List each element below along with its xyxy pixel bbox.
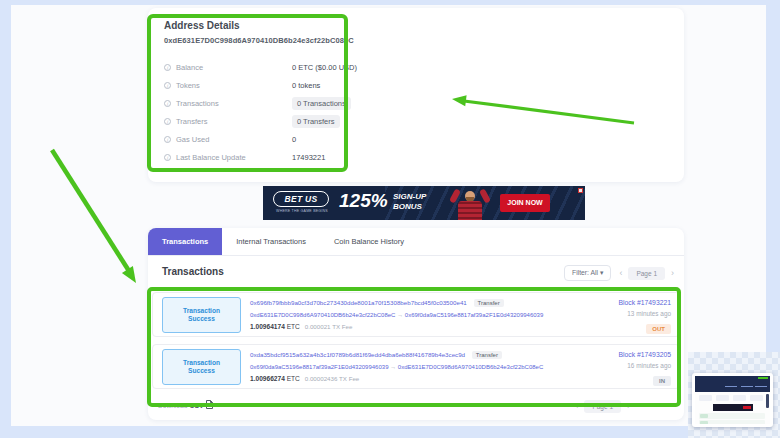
transaction-fee: 0.00002436 TX Fee bbox=[305, 375, 360, 382]
transaction-list: Transaction Success 0x696fb79fbbb9a0cf3d… bbox=[152, 292, 680, 389]
arrow-right-icon: → bbox=[390, 364, 396, 370]
transactions-footer: Download CSV ‹ Page 1 › bbox=[158, 400, 674, 414]
thumbnail-page-preview bbox=[695, 376, 770, 424]
filter-dropdown[interactable]: Filter: All ▾ bbox=[564, 265, 611, 281]
info-icon: i bbox=[164, 82, 171, 89]
prev-page-button[interactable]: ‹ bbox=[617, 269, 624, 278]
transaction-row: Transaction Success 0x696fb79fbbb9a0cf3d… bbox=[152, 292, 680, 337]
transaction-status-badge: Transaction Success bbox=[162, 297, 241, 333]
address-detail-row: i Transfers 0 Transfers bbox=[164, 112, 494, 130]
transfer-type-badge: Transfer bbox=[474, 299, 504, 307]
detail-value: 17493221 bbox=[292, 153, 325, 162]
from-address-link[interactable]: 0x69f0da9aC5196e8817af39a2F1E0d432099460… bbox=[250, 364, 388, 370]
next-page-button[interactable]: › bbox=[625, 402, 632, 411]
ad-offer-text: SIGN-UP BONUS bbox=[393, 192, 426, 212]
page-indicator[interactable]: Page 1 bbox=[628, 267, 665, 280]
page-indicator[interactable]: Page 1 bbox=[584, 400, 621, 413]
from-address-link[interactable]: 0xdE631E7D0C998d6A970410DB6b24e3cf22bC08… bbox=[250, 312, 395, 318]
detail-value: 0 Transactions bbox=[292, 97, 351, 110]
transaction-fee: 0.000021 TX Fee bbox=[305, 323, 353, 330]
screenshot-thumbnail[interactable] bbox=[692, 373, 773, 427]
card-title: Address Details bbox=[164, 20, 240, 31]
amount-unit: ETC bbox=[287, 375, 300, 382]
info-icon: i bbox=[164, 136, 171, 143]
detail-label: Transactions bbox=[176, 99, 292, 108]
direction-badge: IN bbox=[653, 376, 671, 386]
transactions-card: Transactions Internal Transactions Coin … bbox=[148, 228, 684, 420]
ad-percent: 125% bbox=[339, 190, 388, 212]
tab-coin-balance-history[interactable]: Coin Balance History bbox=[320, 228, 418, 255]
ad-tagline: WHERE THE GAME BEGINS bbox=[269, 209, 335, 213]
transaction-amount: 1.00966274 bbox=[250, 375, 285, 382]
detail-value: 0 bbox=[292, 135, 296, 144]
address-hash: 0xdE631E7D0C998d6A970410DB6b24e3cf22bC08… bbox=[164, 36, 354, 45]
detail-value: 0 Transfers bbox=[292, 115, 340, 128]
detail-label: Transfers bbox=[176, 117, 292, 126]
address-detail-row: i Last Balance Update 17493221 bbox=[164, 148, 494, 166]
download-csv-link[interactable]: Download CSV bbox=[158, 400, 213, 410]
address-detail-row: i Transactions 0 Transactions bbox=[164, 94, 494, 112]
filter-and-pagination: Filter: All ▾ ‹ Page 1 › bbox=[564, 265, 676, 281]
info-icon: i bbox=[164, 118, 171, 125]
info-icon: i bbox=[164, 154, 171, 161]
join-now-button[interactable]: JOIN NOW bbox=[500, 194, 550, 212]
betus-logo: BET US bbox=[273, 191, 329, 207]
transaction-hash-link[interactable]: 0x696fb79fbbb9a0cf3d70bc273430dde8001a70… bbox=[250, 299, 467, 306]
address-details-card: Address Details 0xdE631E7D0C998d6A970410… bbox=[148, 8, 684, 182]
detail-label: Gas Used bbox=[176, 135, 292, 144]
tab-transactions[interactable]: Transactions bbox=[148, 228, 222, 255]
transactions-heading: Transactions bbox=[162, 266, 224, 277]
detail-value: 0 tokens bbox=[292, 81, 320, 90]
transaction-status-badge: Transaction Success bbox=[162, 349, 241, 385]
detail-label: Balance bbox=[176, 63, 292, 72]
transaction-amount: 1.00964174 bbox=[250, 323, 285, 330]
file-icon bbox=[206, 400, 213, 410]
detail-value: 0 ETC ($0.00 USD) bbox=[292, 63, 357, 72]
transaction-age: 16 minutes ago bbox=[618, 362, 671, 369]
info-icon: i bbox=[164, 100, 171, 107]
thumbnail-scrollbar bbox=[766, 394, 769, 408]
tab-internal-transactions[interactable]: Internal Transactions bbox=[222, 228, 320, 255]
direction-badge: OUT bbox=[646, 324, 671, 334]
thumbnail-header bbox=[695, 376, 770, 392]
screenshot-frame: Address Details 0xdE631E7D0C998d6A970410… bbox=[0, 0, 780, 438]
transfer-type-badge: Transfer bbox=[472, 351, 502, 359]
to-address-link[interactable]: 0x69f0da9aC5196e8817af39a2F1E0d432099460… bbox=[405, 312, 543, 318]
block-number-link[interactable]: Block #17493221 bbox=[618, 299, 671, 306]
address-detail-row: i Gas Used 0 bbox=[164, 130, 494, 148]
detail-label: Tokens bbox=[176, 81, 292, 90]
transaction-hash-link[interactable]: 0xda35bdcf9515a632a4b3c1f0789b6d81f69edd… bbox=[250, 351, 465, 358]
info-icon: i bbox=[164, 64, 171, 71]
address-detail-row: i Tokens 0 tokens bbox=[164, 76, 494, 94]
block-number-link[interactable]: Block #17493205 bbox=[618, 351, 671, 358]
transaction-age: 13 minutes ago bbox=[618, 310, 671, 317]
next-page-button[interactable]: › bbox=[669, 269, 676, 278]
prev-page-button[interactable]: ‹ bbox=[573, 402, 580, 411]
amount-unit: ETC bbox=[287, 323, 300, 330]
detail-label: Last Balance Update bbox=[176, 153, 292, 162]
ad-person-illustration bbox=[448, 188, 494, 220]
transaction-row: Transaction Success 0xda35bdcf9515a632a4… bbox=[152, 344, 680, 389]
tab-bar: Transactions Internal Transactions Coin … bbox=[148, 228, 684, 256]
arrow-right-icon: → bbox=[397, 312, 403, 318]
address-detail-row: i Balance 0 ETC ($0.00 USD) bbox=[164, 58, 494, 76]
address-detail-rows: i Balance 0 ETC ($0.00 USD) i Tokens 0 t… bbox=[164, 58, 494, 166]
to-address-link[interactable]: 0xdE631E7D0C998d6A970410DB6b24e3cf22bC08… bbox=[398, 364, 543, 370]
chevron-down-icon: ▾ bbox=[600, 269, 603, 276]
ad-choices-icon[interactable] bbox=[578, 188, 583, 193]
betus-ad-banner[interactable]: BET US WHERE THE GAME BEGINS 125% SIGN-U… bbox=[263, 186, 585, 220]
